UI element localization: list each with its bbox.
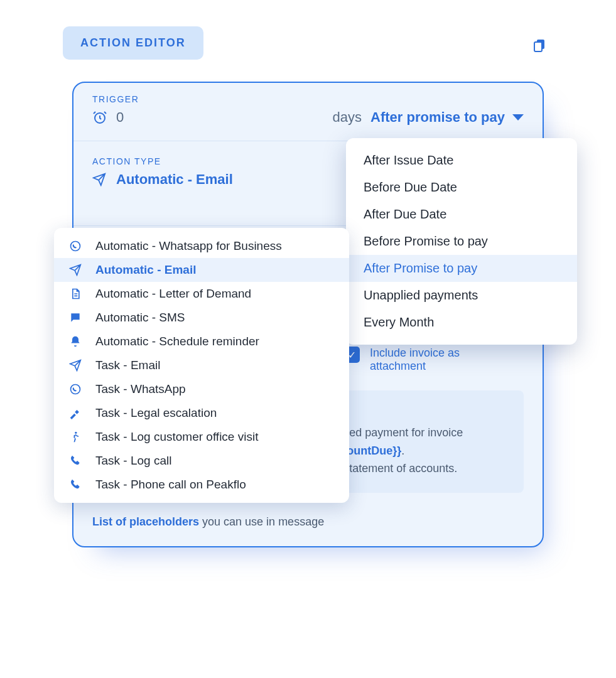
bell-icon <box>69 335 84 348</box>
caret-down-icon <box>512 114 524 121</box>
action-type-option[interactable]: Automatic - SMS <box>54 306 349 330</box>
action-type-option[interactable]: Task - Log call <box>54 449 349 473</box>
gavel-icon <box>69 407 84 419</box>
days-label: days <box>333 109 362 126</box>
alarm-clock-icon <box>92 110 107 125</box>
sms-icon <box>69 311 84 324</box>
trigger-option[interactable]: Before Promise to pay <box>346 228 577 255</box>
action-type-selected-text: Automatic - Email <box>116 171 233 188</box>
action-option-label: Task - Phone call on Peakflo <box>95 478 246 492</box>
trigger-timing-dropdown: After Issue DateBefore Due DateAfter Due… <box>346 138 577 345</box>
trigger-option[interactable]: Unapplied payments <box>346 282 577 309</box>
send-icon <box>69 264 84 276</box>
trigger-option[interactable]: Before Due Date <box>346 174 577 201</box>
action-option-label: Task - WhatsApp <box>95 382 186 396</box>
action-type-option[interactable]: Task - Log customer office visit <box>54 425 349 449</box>
action-option-label: Task - Email <box>95 358 160 372</box>
trigger-section: TRIGGER 0 days After promise to pay <box>73 83 543 141</box>
trigger-option[interactable]: Every Month <box>346 309 577 336</box>
action-option-label: Automatic - Email <box>95 263 196 277</box>
phone-icon <box>69 455 84 467</box>
svg-rect-1 <box>534 42 542 51</box>
action-type-option[interactable]: Automatic - Letter of Demand <box>54 282 349 306</box>
whatsapp-icon <box>69 240 84 252</box>
action-type-option[interactable]: Automatic - Email <box>54 258 349 282</box>
action-option-label: Automatic - Whatsapp for Business <box>95 239 282 253</box>
trigger-option[interactable]: After Due Date <box>346 201 577 228</box>
placeholder-hint-text: you can use in message <box>199 515 324 528</box>
action-option-label: Automatic - Letter of Demand <box>95 287 251 301</box>
action-type-dropdown: Automatic - Whatsapp for BusinessAutomat… <box>54 228 349 503</box>
action-option-label: Automatic - SMS <box>95 311 185 325</box>
phone-icon <box>69 478 84 491</box>
person-walk-icon <box>69 431 84 443</box>
action-type-option[interactable]: Task - Phone call on Peakflo <box>54 473 349 497</box>
include-attachment-label: Include invoice as attachment <box>370 347 495 373</box>
trigger-selected-text: After promise to pay <box>370 109 505 126</box>
action-option-label: Task - Log customer office visit <box>95 430 258 444</box>
action-option-label: Task - Log call <box>95 454 171 468</box>
copy-icon[interactable] <box>532 38 547 53</box>
trigger-option[interactable]: After Issue Date <box>346 147 577 174</box>
action-option-label: Task - Legal escalation <box>95 406 217 420</box>
document-icon <box>69 288 84 300</box>
action-type-option[interactable]: Automatic - Whatsapp for Business <box>54 234 349 258</box>
action-type-option[interactable]: Automatic - Schedule reminder <box>54 330 349 353</box>
send-icon <box>69 359 84 372</box>
whatsapp-icon <box>69 383 84 396</box>
svg-point-4 <box>71 385 80 394</box>
action-type-option[interactable]: Task - Legal escalation <box>54 401 349 425</box>
trigger-days-input[interactable]: 0 <box>116 109 135 126</box>
send-icon <box>92 173 106 186</box>
placeholders-list-link[interactable]: List of placeholders <box>92 515 199 528</box>
svg-point-3 <box>71 242 80 251</box>
trigger-timing-select[interactable]: After promise to pay <box>370 109 524 126</box>
trigger-option[interactable]: After Promise to pay <box>346 255 577 282</box>
action-type-option[interactable]: Task - WhatsApp <box>54 377 349 401</box>
trigger-label: TRIGGER <box>92 94 524 104</box>
body-text: . <box>401 444 404 457</box>
svg-point-5 <box>75 432 77 434</box>
action-editor-badge: ACTION EDITOR <box>63 26 203 60</box>
action-type-option[interactable]: Task - Email <box>54 353 349 377</box>
action-option-label: Automatic - Schedule reminder <box>95 335 259 348</box>
placeholder-hint: List of placeholders you can use in mess… <box>73 504 543 546</box>
